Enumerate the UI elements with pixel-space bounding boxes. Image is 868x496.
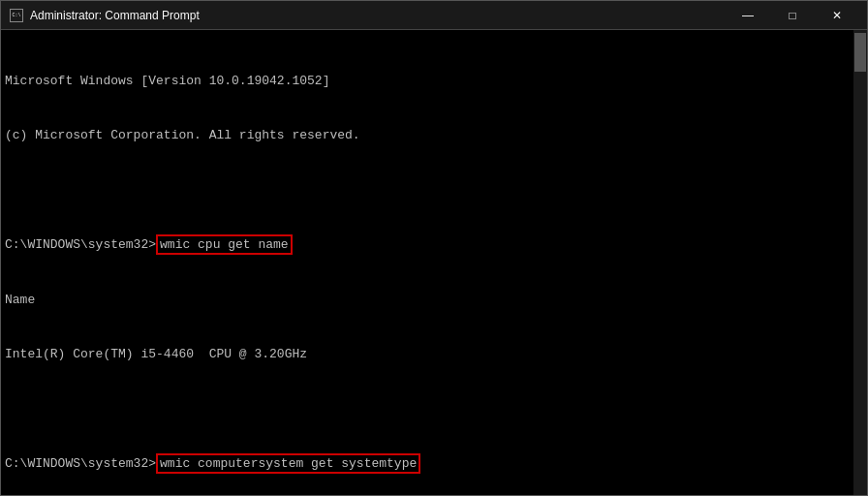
cmd-icon [9, 8, 24, 23]
window-title: Administrator: Command Prompt [30, 9, 200, 22]
line-name-label: Name [5, 292, 863, 310]
line-blank1 [5, 182, 863, 201]
maximize-button[interactable]: □ [770, 1, 815, 30]
cmd-window: Administrator: Command Prompt — □ ✕ Micr… [0, 0, 868, 496]
line-cmd1: C:\WINDOWS\system32>wmic cpu get name [5, 236, 863, 255]
minimize-button[interactable]: — [726, 1, 770, 30]
line-cpu-value: Intel(R) Core(TM) i5-4460 CPU @ 3.20GHz [5, 346, 863, 364]
scrollbar[interactable] [853, 30, 867, 495]
scrollbar-thumb[interactable] [854, 33, 866, 72]
command1: wmic cpu get name [156, 234, 293, 255]
title-bar-controls: — □ ✕ [726, 1, 859, 30]
command2: wmic computersystem get systemtype [156, 453, 420, 474]
close-button[interactable]: ✕ [815, 1, 859, 30]
line-copyright: (c) Microsoft Corporation. All rights re… [5, 127, 863, 145]
line-cmd2: C:\WINDOWS\system32>wmic computersystem … [5, 455, 863, 474]
prompt1: C:\WINDOWS\system32> [5, 237, 156, 252]
terminal-content: Microsoft Windows [Version 10.0.19042.10… [5, 36, 863, 495]
title-bar-left: Administrator: Command Prompt [9, 8, 200, 23]
title-bar: Administrator: Command Prompt — □ ✕ [1, 1, 867, 30]
line-blank2 [5, 401, 863, 419]
line-version: Microsoft Windows [Version 10.0.19042.10… [5, 73, 863, 91]
terminal-body[interactable]: Microsoft Windows [Version 10.0.19042.10… [1, 30, 867, 495]
prompt2: C:\WINDOWS\system32> [5, 456, 156, 471]
